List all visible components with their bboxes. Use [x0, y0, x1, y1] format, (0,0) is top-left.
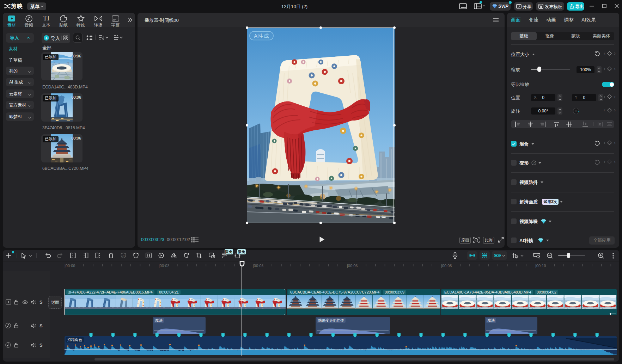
svg-text:|00:10: |00:10	[535, 264, 546, 268]
svg-text:?: ?	[533, 161, 535, 165]
svg-text:|00:00: |00:00	[65, 264, 75, 268]
svg-text:AI: AI	[122, 254, 124, 257]
svg-text:|00:04: |00:04	[253, 264, 263, 268]
svg-text:|00:02: |00:02	[159, 264, 169, 268]
svg-text:|00:08: |00:08	[441, 264, 452, 268]
svg-text:|00:06: |00:06	[347, 264, 358, 268]
